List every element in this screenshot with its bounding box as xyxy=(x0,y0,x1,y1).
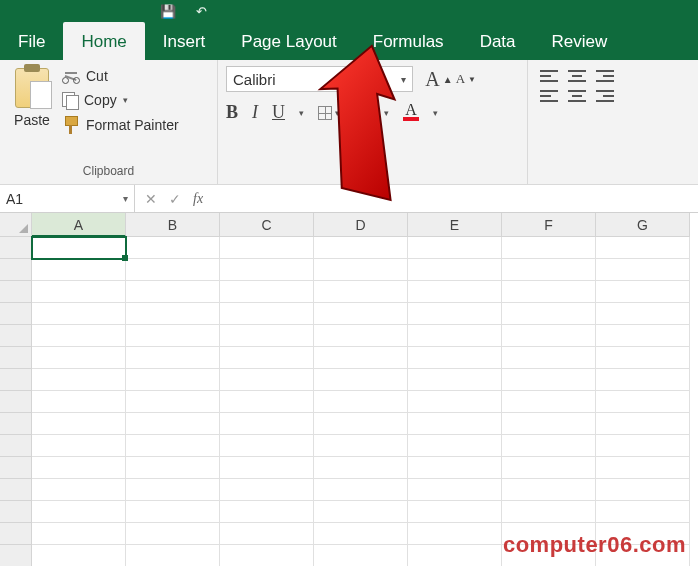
fx-icon[interactable]: fx xyxy=(193,191,203,207)
cell[interactable] xyxy=(220,457,314,479)
cell[interactable] xyxy=(596,391,690,413)
cell[interactable] xyxy=(408,325,502,347)
cell[interactable] xyxy=(596,413,690,435)
tab-page-layout[interactable]: Page Layout xyxy=(223,22,354,60)
cell[interactable] xyxy=(32,457,126,479)
cell[interactable] xyxy=(408,523,502,545)
cell[interactable] xyxy=(502,325,596,347)
col-header-G[interactable]: G xyxy=(596,213,690,237)
format-painter-button[interactable]: Format Painter xyxy=(62,116,179,134)
cell[interactable] xyxy=(32,325,126,347)
cell[interactable] xyxy=(32,501,126,523)
cell[interactable] xyxy=(220,413,314,435)
col-header-F[interactable]: F xyxy=(502,213,596,237)
cell[interactable] xyxy=(314,259,408,281)
row-header[interactable] xyxy=(0,501,32,523)
cell[interactable] xyxy=(32,435,126,457)
cell[interactable] xyxy=(502,303,596,325)
row-header[interactable] xyxy=(0,325,32,347)
cell[interactable] xyxy=(32,369,126,391)
underline-button[interactable]: U xyxy=(272,102,285,123)
copy-button[interactable]: Copy ▾ xyxy=(62,92,179,108)
cell[interactable] xyxy=(220,369,314,391)
cell[interactable] xyxy=(314,347,408,369)
fill-color-button[interactable] xyxy=(354,104,370,121)
col-header-E[interactable]: E xyxy=(408,213,502,237)
cell[interactable] xyxy=(314,237,408,259)
cell[interactable] xyxy=(408,347,502,369)
cell[interactable] xyxy=(408,281,502,303)
cell[interactable] xyxy=(596,259,690,281)
cell[interactable] xyxy=(314,303,408,325)
cell[interactable] xyxy=(126,435,220,457)
tab-formulas[interactable]: Formulas xyxy=(355,22,462,60)
cell[interactable] xyxy=(220,435,314,457)
align-right-icon[interactable] xyxy=(596,90,614,102)
cut-button[interactable]: Cut xyxy=(62,68,179,84)
cell[interactable] xyxy=(502,237,596,259)
cell[interactable] xyxy=(32,347,126,369)
cell[interactable] xyxy=(314,523,408,545)
cell[interactable] xyxy=(314,391,408,413)
cell[interactable] xyxy=(596,303,690,325)
row-header[interactable] xyxy=(0,435,32,457)
cell[interactable] xyxy=(408,259,502,281)
row-header[interactable] xyxy=(0,523,32,545)
cell[interactable] xyxy=(408,545,502,566)
align-middle-icon[interactable] xyxy=(568,70,586,82)
cell[interactable] xyxy=(596,281,690,303)
select-all-corner[interactable] xyxy=(0,213,32,237)
shrink-font-button[interactable]: A xyxy=(456,71,465,87)
cell[interactable] xyxy=(502,413,596,435)
font-name-combo[interactable]: Calibri ▾ xyxy=(226,66,413,92)
cell[interactable] xyxy=(126,545,220,566)
cell[interactable] xyxy=(408,457,502,479)
cell[interactable] xyxy=(220,281,314,303)
cell[interactable] xyxy=(502,391,596,413)
cell[interactable] xyxy=(314,435,408,457)
cell[interactable] xyxy=(126,369,220,391)
cell[interactable] xyxy=(32,281,126,303)
align-top-icon[interactable] xyxy=(540,70,558,82)
cell[interactable] xyxy=(126,347,220,369)
paste-button[interactable]: Paste xyxy=(8,66,56,162)
cell[interactable] xyxy=(32,523,126,545)
cell[interactable] xyxy=(220,259,314,281)
cell[interactable] xyxy=(314,413,408,435)
row-header[interactable] xyxy=(0,413,32,435)
cell[interactable] xyxy=(314,281,408,303)
cell[interactable] xyxy=(126,391,220,413)
cell[interactable] xyxy=(408,369,502,391)
cell[interactable] xyxy=(126,413,220,435)
cell[interactable] xyxy=(220,391,314,413)
cell[interactable] xyxy=(408,501,502,523)
cell[interactable] xyxy=(502,259,596,281)
cell[interactable] xyxy=(408,413,502,435)
cell[interactable] xyxy=(220,237,314,259)
cell[interactable] xyxy=(220,303,314,325)
cell[interactable] xyxy=(126,237,220,259)
cell[interactable] xyxy=(126,325,220,347)
cancel-formula-icon[interactable]: ✕ xyxy=(145,191,157,207)
cell[interactable] xyxy=(502,369,596,391)
row-header[interactable] xyxy=(0,347,32,369)
col-header-B[interactable]: B xyxy=(126,213,220,237)
cell[interactable] xyxy=(314,325,408,347)
cell[interactable] xyxy=(596,347,690,369)
cell[interactable] xyxy=(502,479,596,501)
cell[interactable] xyxy=(126,523,220,545)
row-header[interactable] xyxy=(0,237,32,259)
col-header-D[interactable]: D xyxy=(314,213,408,237)
cell[interactable] xyxy=(596,501,690,523)
cell[interactable] xyxy=(596,369,690,391)
cell[interactable] xyxy=(32,479,126,501)
align-left-icon[interactable] xyxy=(540,90,558,102)
tab-file[interactable]: File xyxy=(0,22,63,60)
cell[interactable] xyxy=(126,303,220,325)
cell[interactable] xyxy=(126,457,220,479)
cell[interactable] xyxy=(32,545,126,566)
cell[interactable] xyxy=(408,237,502,259)
cell[interactable] xyxy=(408,303,502,325)
align-bottom-icon[interactable] xyxy=(596,70,614,82)
align-center-icon[interactable] xyxy=(568,90,586,102)
